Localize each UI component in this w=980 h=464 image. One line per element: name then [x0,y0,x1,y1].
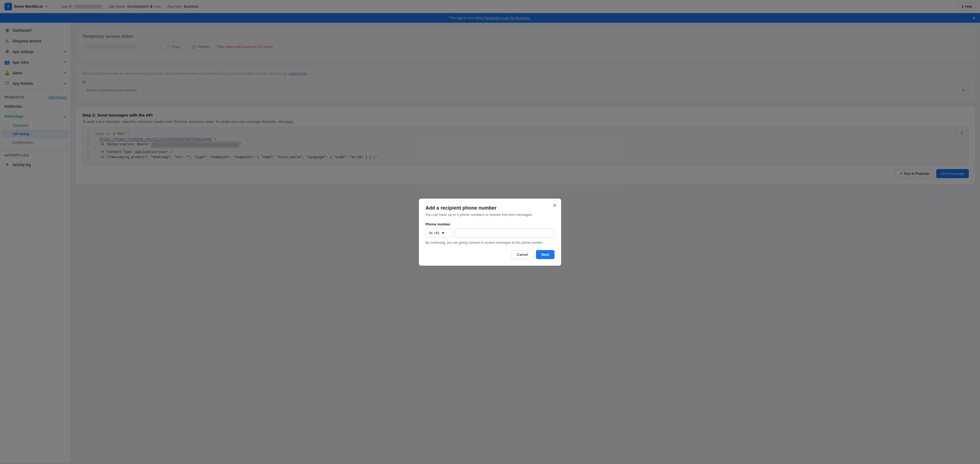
country-code-value: IN +91 [429,231,440,235]
country-code-select[interactable]: IN +91 ▼ [425,228,453,238]
modal-consent-text: By continuing, you are giving consent to… [425,241,555,245]
next-button[interactable]: Next [536,250,555,259]
phone-number-input[interactable] [455,228,555,238]
add-recipient-modal: ✕ Add a recipient phone number You can h… [419,199,561,266]
phone-field-label: Phone number [425,222,555,226]
modal-title: Add a recipient phone number [425,205,555,211]
phone-input-row: IN +91 ▼ [425,228,555,238]
cancel-button[interactable]: Cancel [511,250,533,259]
modal-close-button[interactable]: ✕ [553,203,557,208]
modal-actions: Cancel Next [425,250,555,259]
modal-overlay[interactable]: ✕ Add a recipient phone number You can h… [0,0,980,462]
country-code-chevron-icon: ▼ [441,231,445,235]
modal-subtitle: You can have up to 5 phone numbers to re… [425,212,555,217]
